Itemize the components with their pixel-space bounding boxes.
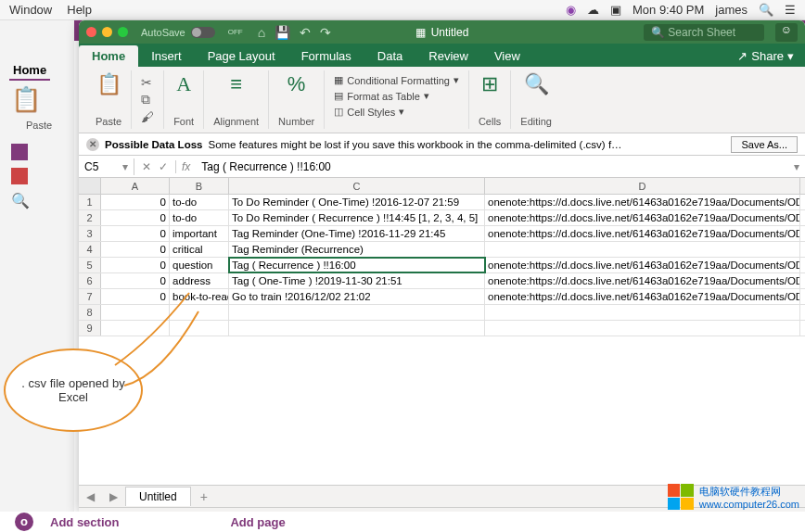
row-header[interactable]: 2	[79, 210, 101, 225]
sheet-nav-prev[interactable]: ◀	[79, 490, 102, 503]
select-all-corner[interactable]	[79, 178, 101, 194]
section-icon[interactable]	[11, 168, 28, 184]
tab-page-layout[interactable]: Page Layout	[195, 45, 288, 67]
sync-icon[interactable]: ◉	[566, 3, 576, 17]
formula-input[interactable]: Tag ( Recurrence ) !!16:00	[196, 160, 788, 173]
ribbon-paste[interactable]: 📋 Paste	[86, 70, 132, 129]
cell[interactable]: onenote:https://d.docs.live.net/61463a01…	[485, 195, 800, 209]
tab-home[interactable]: Home	[79, 45, 138, 67]
cell[interactable]: onenote:https://d.docs.live.net/61463a01…	[485, 273, 800, 288]
add-section-button[interactable]: Add section	[50, 515, 119, 529]
cell[interactable]	[101, 305, 170, 320]
qat-redo-icon[interactable]: ↷	[320, 25, 331, 40]
sheet-nav-next[interactable]: ▶	[102, 490, 125, 503]
table-row[interactable]: 40criticalTag Reminder (Recurrence)	[79, 242, 805, 258]
add-page-button[interactable]: Add page	[230, 515, 285, 529]
minimize-button[interactable]	[102, 27, 112, 37]
row-header[interactable]: 7	[79, 289, 101, 304]
tab-review[interactable]: Review	[415, 45, 481, 67]
table-row[interactable]: 30importantTag Reminder (One-Time) !2016…	[79, 226, 805, 242]
cell[interactable]: 0	[101, 195, 170, 209]
onenote-home-tab[interactable]: Home	[9, 61, 50, 81]
cell[interactable]: to-do	[170, 210, 229, 225]
cell[interactable]	[485, 305, 800, 320]
cell[interactable]	[229, 321, 485, 336]
row-header[interactable]: 9	[79, 321, 101, 336]
menu-help[interactable]: Help	[67, 3, 92, 17]
ribbon-font[interactable]: A Font	[164, 70, 204, 129]
col-header-c[interactable]: C	[229, 178, 485, 194]
account-button[interactable]: ☺	[775, 23, 798, 42]
tab-view[interactable]: View	[481, 45, 533, 67]
cell[interactable]: Go to train !2016/12/02 21:02	[229, 289, 485, 304]
user-name[interactable]: james	[715, 3, 748, 17]
cell[interactable]: 0	[101, 273, 170, 288]
cell[interactable]: To Do Reminder ( Recurrence ) !!14:45 [1…	[229, 210, 485, 225]
table-row[interactable]: 10to-doTo Do Reminder ( One-Time) !2016-…	[79, 195, 805, 210]
tab-formulas[interactable]: Formulas	[288, 45, 364, 67]
displays-icon[interactable]: ▣	[610, 3, 621, 17]
cell[interactable]: 0	[101, 258, 170, 272]
col-header-b[interactable]: B	[170, 178, 229, 194]
cell[interactable]: 0	[101, 242, 170, 257]
col-header-a[interactable]: A	[101, 178, 170, 194]
cell[interactable]: onenote:https://d.docs.live.net/61463a01…	[485, 226, 800, 241]
row-header[interactable]: 6	[79, 273, 101, 288]
search-rail-icon[interactable]: 🔍	[11, 192, 28, 209]
qat-save-icon[interactable]: 💾	[275, 25, 290, 40]
copy-icon[interactable]: ⧉	[141, 92, 154, 108]
cell[interactable]: Tag Reminder (One-Time) !2016-11-29 21:4…	[229, 226, 485, 241]
ribbon-alignment[interactable]: ≡ Alignment	[204, 70, 269, 129]
cell[interactable]: 0	[101, 289, 170, 304]
cloud-icon[interactable]: ☁	[587, 3, 599, 17]
close-button[interactable]	[86, 27, 96, 37]
cut-icon[interactable]: ✂	[141, 75, 154, 90]
cell-styles-button[interactable]: ◫ Cell Styles ▾	[334, 104, 459, 120]
autosave-toggle[interactable]	[191, 27, 215, 38]
cell[interactable]	[485, 242, 800, 257]
cell[interactable]: onenote:https://d.docs.live.net/61463a01…	[485, 210, 800, 225]
sheet-tab-untitled[interactable]: Untitled	[125, 487, 191, 506]
ribbon-cells[interactable]: ⊞ Cells	[469, 70, 511, 129]
cell[interactable]	[170, 321, 229, 336]
cell[interactable]: Tag ( Recurrence ) !!16:00	[229, 258, 485, 272]
cell[interactable]	[229, 305, 485, 320]
save-as-button[interactable]: Save As...	[731, 136, 798, 153]
fx-enter-icon[interactable]: ✓	[159, 160, 168, 173]
cell[interactable]: To Do Reminder ( One-Time) !2016-12-07 2…	[229, 195, 485, 209]
clipboard-icon[interactable]: 📋	[11, 85, 67, 114]
cell[interactable]	[485, 321, 800, 336]
cell[interactable]: Tag Reminder (Recurrence)	[229, 242, 485, 257]
cell[interactable]: onenote:https://d.docs.live.net/61463a01…	[485, 258, 800, 272]
cell[interactable]: important	[170, 226, 229, 241]
cell[interactable]: 0	[101, 226, 170, 241]
notebooks-icon[interactable]	[11, 144, 28, 160]
table-row[interactable]: 8	[79, 305, 805, 321]
row-header[interactable]: 1	[79, 195, 101, 209]
fx-expand-icon[interactable]: ▾	[788, 160, 805, 173]
cell[interactable]: 0	[101, 210, 170, 225]
conditional-formatting-button[interactable]: ▦ Conditional Formatting ▾	[334, 72, 459, 88]
menu-icon[interactable]: ☰	[785, 3, 796, 17]
cell[interactable]: Tag ( One-Time ) !2019-11-30 21:51	[229, 273, 485, 288]
menu-window[interactable]: Window	[9, 3, 52, 17]
onenote-avatar[interactable]: o	[15, 513, 33, 531]
cell[interactable]: onenote:https://d.docs.live.net/61463a01…	[485, 289, 800, 304]
format-as-table-button[interactable]: ▤ Format as Table ▾	[334, 88, 459, 104]
row-header[interactable]: 3	[79, 226, 101, 241]
table-row[interactable]: 70book-to-readGo to train !2016/12/02 21…	[79, 289, 805, 305]
cell[interactable]: critical	[170, 242, 229, 257]
name-box[interactable]: C5▾	[79, 158, 134, 175]
cell[interactable]: question	[170, 258, 229, 272]
cell[interactable]	[170, 305, 229, 320]
cell[interactable]: book-to-read	[170, 289, 229, 304]
row-header[interactable]: 5	[79, 258, 101, 272]
table-row[interactable]: 20to-doTo Do Reminder ( Recurrence ) !!1…	[79, 210, 805, 226]
format-painter-icon[interactable]: 🖌	[141, 109, 154, 124]
search-sheet-input[interactable]: 🔍 Search Sheet	[644, 24, 764, 41]
tab-insert[interactable]: Insert	[138, 45, 195, 67]
zoom-button[interactable]	[118, 27, 128, 37]
table-row[interactable]: 60addressTag ( One-Time ) !2019-11-30 21…	[79, 273, 805, 289]
fx-cancel-icon[interactable]: ✕	[142, 160, 151, 173]
qat-home-icon[interactable]: ⌂	[258, 25, 265, 40]
